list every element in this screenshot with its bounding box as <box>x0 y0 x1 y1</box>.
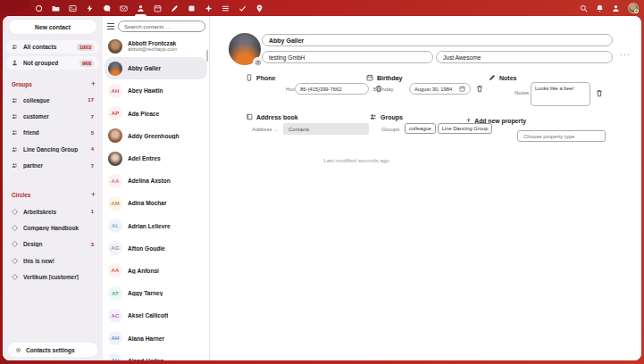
group-label: customer <box>23 113 86 120</box>
group-label: partner <box>23 162 86 169</box>
group-label: colleague <box>23 97 82 103</box>
talk-icon[interactable] <box>103 0 111 16</box>
sidebar-group-partner[interactable]: partner 7 <box>6 158 99 174</box>
count-badge: 17 <box>88 97 94 103</box>
contacts-menu-icon[interactable] <box>612 4 620 12</box>
contact-list-item[interactable]: AT Aggy Tarney <box>105 282 207 304</box>
maps-pin-icon[interactable] <box>255 0 263 16</box>
menu-hamburger-icon[interactable] <box>105 23 114 29</box>
notes-icon[interactable] <box>171 0 179 16</box>
sidebar-circle-arbeitskreis[interactable]: Arbeitskreis 1 <box>6 203 99 219</box>
contact-list-item[interactable]: AA Adelina Axston <box>105 170 207 192</box>
title-input[interactable]: Just Awesome <box>436 51 613 63</box>
contacts-icon[interactable] <box>137 0 145 16</box>
contact-list-item[interactable]: Addy Greenhough <box>105 125 207 147</box>
group-icon <box>12 162 18 169</box>
deck-icon[interactable] <box>188 0 196 16</box>
sidebar-group-colleague[interactable]: colleague 17 <box>6 92 99 108</box>
contact-initials-avatar: AA <box>108 263 122 277</box>
photos-icon[interactable] <box>69 0 77 16</box>
tasks-icon[interactable] <box>222 0 230 16</box>
delete-notes-trash-icon[interactable] <box>596 89 603 97</box>
birthday-value: August 30, 1984 <box>414 87 452 92</box>
addressbook-select[interactable]: Contacts <box>283 123 369 135</box>
contacts-settings-button[interactable]: Contacts settings <box>8 343 97 357</box>
count-badge: 1003 <box>77 44 94 51</box>
activity-icon[interactable] <box>86 0 94 16</box>
contact-list-item[interactable]: AM Adina Mochar <box>105 192 207 214</box>
new-contact-button[interactable]: New contact <box>9 20 96 34</box>
files-icon[interactable] <box>52 0 60 16</box>
contact-name: Afton Goudie <box>128 245 165 252</box>
contact-detail: Abby Galler testing GmbH Just Awesome ··… <box>211 16 641 360</box>
notes-type-label: Notes <box>514 89 529 95</box>
notifications-bell-icon[interactable] <box>596 4 604 12</box>
sidebar-circle-vertikum[interactable]: Vertikum [customer] <box>6 269 99 285</box>
sidebar-item-all-contacts[interactable]: All contacts 1003 <box>6 40 99 54</box>
addressbook-type-label: Address ... <box>252 126 279 132</box>
search-icon[interactable] <box>580 4 588 12</box>
dashboard-icon[interactable] <box>35 0 43 16</box>
contact-list-item[interactable]: AA Ag Anfonsi <box>105 260 207 282</box>
date-picker-icon[interactable] <box>459 86 465 92</box>
user-avatar[interactable] <box>628 3 639 13</box>
sidebar-group-friend[interactable]: friend 5 <box>6 125 99 141</box>
add-circle-button[interactable]: + <box>91 191 97 199</box>
contact-detail-avatar[interactable] <box>229 33 261 65</box>
contact-list-item[interactable]: AH Abey Hawtin <box>105 79 207 102</box>
group-label: friend <box>23 129 86 136</box>
groups-section-header-detail: Groups <box>370 113 403 120</box>
contact-list-item[interactable]: AG Afton Goudie <box>105 237 207 260</box>
approvals-check-icon[interactable] <box>238 0 247 16</box>
sidebar-circle-design[interactable]: Design 3 <box>6 236 99 252</box>
contact-initials-avatar: AM <box>108 196 122 211</box>
contact-name: Abey Hawtin <box>128 87 163 94</box>
sidebar-circle-company-handbook[interactable]: Company Handbook <box>6 219 99 236</box>
addressbook-header-label: Address book <box>256 114 298 120</box>
circle-label: this is new! <box>23 258 88 264</box>
add-new-property-button[interactable]: + Add new property <box>466 116 526 125</box>
sidebar-item-not-grouped[interactable]: Not grouped 968 <box>6 56 99 70</box>
sidebar-group-line-dancing[interactable]: Line Dancing Group 4 <box>6 141 99 157</box>
contact-list-item[interactable]: Abbott Frontczakabbott@techapp.com <box>105 35 207 57</box>
contact-initials-avatar: AG <box>108 241 122 255</box>
contact-initials-avatar: AP <box>108 106 122 120</box>
birthday-date-input[interactable]: August 30, 1984 <box>409 83 471 95</box>
app-navigation <box>0 0 263 16</box>
sidebar: New contact All contacts 1003 Not groupe… <box>3 16 103 360</box>
contact-list-item[interactable]: AC Aksel Callicott <box>105 304 207 327</box>
contact-list-item[interactable]: Adel Entres <box>105 147 207 170</box>
contact-list-item[interactable]: AH Alana Harner <box>105 327 207 349</box>
circles-section-header: Circles + <box>12 189 97 200</box>
contact-list-item[interactable]: AL Adrian Lelievre <box>105 215 207 237</box>
groups-type-label: Groups <box>381 126 399 132</box>
contact-list-item-selected[interactable]: Abby Galler <box>105 57 207 79</box>
notes-textarea[interactable]: Looks like a bee! <box>531 82 590 106</box>
groups-header-label: Groups <box>381 114 403 120</box>
sidebar-item-label: All contacts <box>23 44 71 50</box>
sidebar-group-customer[interactable]: customer 7 <box>6 108 99 124</box>
contact-list-item[interactable]: AH Aland Hedan <box>105 350 207 360</box>
circle-label: Company Handbook <box>23 225 88 231</box>
search-contacts-input[interactable] <box>118 21 205 32</box>
group-icon <box>12 146 18 153</box>
mail-icon[interactable] <box>120 0 128 16</box>
group-tag[interactable]: colleague <box>405 123 436 134</box>
circle-label: Design <box>23 241 86 247</box>
add-group-button[interactable]: + <box>91 80 97 88</box>
addressbook-section-header: Address book <box>246 113 298 120</box>
contact-initials-avatar: AL <box>108 219 122 233</box>
collectives-icon[interactable] <box>205 0 213 16</box>
contact-name-input[interactable]: Abby Galler <box>262 34 613 46</box>
contact-initials-avatar: AH <box>108 353 122 360</box>
company-input[interactable]: testing GmbH <box>262 51 433 63</box>
delete-birthday-trash-icon[interactable] <box>476 85 483 93</box>
sidebar-circle-this-is-new[interactable]: this is new! <box>6 252 99 269</box>
count-badge: 1 <box>91 209 94 214</box>
calendar-icon[interactable] <box>154 0 162 16</box>
choose-property-type-select[interactable]: Choose property type <box>517 130 606 142</box>
phone-number-input[interactable]: 86-(415)399-7662 <box>295 83 369 95</box>
more-actions-menu[interactable]: ··· <box>620 50 631 59</box>
contact-list-item[interactable]: AP Ada Pleace <box>105 103 207 125</box>
plus-icon: + <box>466 116 471 125</box>
